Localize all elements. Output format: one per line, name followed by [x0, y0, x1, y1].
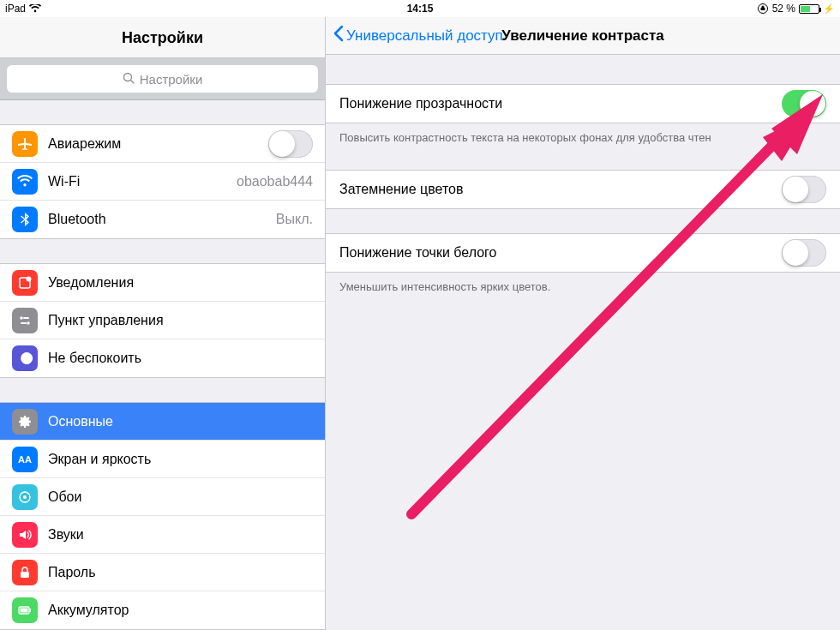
- airplane-toggle[interactable]: [268, 130, 313, 158]
- sidebar-item-bluetooth[interactable]: Bluetooth Выкл.: [0, 201, 325, 238]
- sidebar-item-passcode[interactable]: Пароль: [0, 554, 325, 591]
- sidebar-item-label: Аккумулятор: [48, 603, 313, 618]
- orientation-lock-icon: [757, 3, 769, 15]
- device-label: iPad: [5, 3, 26, 15]
- chevron-left-icon: [333, 24, 345, 47]
- sidebar-item-wallpaper[interactable]: Обои: [0, 478, 325, 516]
- svg-line-2: [130, 80, 134, 83]
- wifi-network-value: obaobab444: [237, 174, 313, 189]
- row-darken-colors[interactable]: Затемнение цветов: [326, 171, 840, 208]
- control-center-icon: [12, 308, 38, 333]
- bluetooth-status-value: Выкл.: [276, 212, 313, 227]
- sidebar-item-label: Основные: [48, 414, 313, 429]
- svg-rect-19: [21, 609, 28, 613]
- reduce-transparency-toggle[interactable]: [782, 90, 826, 117]
- sidebar-item-label: Экран и яркость: [48, 452, 313, 467]
- section-1-footer: Повысить контрастность текста на некотор…: [326, 123, 840, 146]
- sidebar-item-label: Пункт управления: [48, 313, 313, 328]
- sidebar-group-general: Основные AA Экран и яркость Обои: [0, 402, 325, 630]
- settings-sidebar: Настройки Настройки Авиарежим: [0, 17, 326, 630]
- battery-settings-icon: [12, 597, 38, 623]
- darken-colors-toggle[interactable]: [782, 176, 826, 203]
- wifi-icon: [29, 4, 41, 13]
- clock: 14:15: [407, 3, 434, 15]
- detail-title: Увеличение контраста: [501, 27, 663, 45]
- notifications-icon: [12, 270, 38, 296]
- battery-icon: [799, 4, 819, 14]
- row-label: Затемнение цветов: [339, 182, 464, 197]
- sounds-icon: [12, 522, 38, 548]
- detail-section-3: Понижение точки белого: [326, 233, 840, 273]
- section-3-footer: Уменьшить интенсивность ярких цветов.: [326, 273, 840, 295]
- lock-icon: [12, 560, 38, 585]
- search-input[interactable]: Настройки: [7, 65, 318, 93]
- detail-section-1: Понижение прозрачности: [326, 84, 840, 123]
- sidebar-item-wifi[interactable]: Wi-Fi obaobab444: [0, 163, 325, 201]
- sidebar-item-label: Пароль: [48, 565, 313, 580]
- row-reduce-white-point[interactable]: Понижение точки белого: [326, 234, 840, 272]
- sidebar-item-label: Wi-Fi: [48, 174, 226, 189]
- charging-icon: ⚡: [823, 3, 835, 15]
- detail-navbar: Универсальный доступ Увеличение контраст…: [326, 17, 840, 55]
- sidebar-item-general[interactable]: Основные: [0, 403, 325, 441]
- back-button[interactable]: Универсальный доступ: [333, 24, 503, 47]
- reduce-white-point-toggle[interactable]: [782, 239, 826, 267]
- svg-point-4: [27, 276, 32, 281]
- svg-rect-8: [21, 322, 27, 324]
- sidebar-item-notifications[interactable]: Уведомления: [0, 264, 325, 302]
- sidebar-item-airplane[interactable]: Авиарежим: [0, 125, 325, 163]
- sidebar-group-connectivity: Авиарежим Wi-Fi obaobab444 Bluetooth Вык…: [0, 124, 325, 239]
- sidebar-item-label: Звуки: [48, 527, 313, 543]
- svg-text:AA: AA: [18, 454, 32, 465]
- svg-rect-16: [21, 572, 29, 578]
- sidebar-item-label: Обои: [48, 489, 313, 505]
- sidebar-item-label: Bluetooth: [48, 212, 266, 227]
- sidebar-item-label: Уведомления: [48, 275, 313, 291]
- svg-rect-18: [30, 609, 32, 612]
- row-label: Понижение точки белого: [339, 245, 496, 261]
- sidebar-item-controlcenter[interactable]: Пункт управления: [0, 302, 325, 339]
- search-container: Настройки: [0, 58, 325, 100]
- battery-percent: 52 %: [772, 3, 795, 15]
- sidebar-item-label: Не беспокоить: [48, 351, 313, 366]
- gear-icon: [12, 409, 38, 435]
- svg-rect-6: [23, 317, 29, 319]
- sidebar-title: Настройки: [0, 17, 325, 58]
- display-icon: AA: [12, 447, 38, 472]
- detail-pane: Универсальный доступ Увеличение контраст…: [326, 17, 840, 630]
- svg-point-11: [23, 495, 27, 499]
- sidebar-item-battery[interactable]: Аккумулятор: [0, 591, 325, 629]
- svg-point-7: [27, 321, 30, 325]
- airplane-icon: [12, 131, 38, 157]
- back-label: Универсальный доступ: [346, 27, 503, 45]
- wallpaper-icon: [12, 484, 38, 510]
- detail-section-2: Затемнение цветов: [326, 170, 840, 209]
- sidebar-item-display[interactable]: AA Экран и яркость: [0, 441, 325, 478]
- search-placeholder: Настройки: [140, 72, 203, 87]
- bluetooth-icon: [12, 207, 38, 232]
- sidebar-item-label: Авиарежим: [48, 136, 258, 152]
- sidebar-item-dnd[interactable]: Не беспокоить: [0, 339, 325, 377]
- svg-point-5: [20, 316, 23, 320]
- sidebar-group-alerts: Уведомления Пункт управления Не беспокои…: [0, 263, 325, 378]
- row-label: Понижение прозрачности: [339, 96, 502, 111]
- row-reduce-transparency[interactable]: Понижение прозрачности: [326, 85, 840, 123]
- status-bar: iPad 14:15 52 % ⚡: [0, 0, 840, 17]
- wifi-settings-icon: [12, 169, 38, 195]
- sidebar-item-sounds[interactable]: Звуки: [0, 516, 325, 554]
- dnd-icon: [12, 345, 38, 371]
- search-icon: [123, 72, 135, 87]
